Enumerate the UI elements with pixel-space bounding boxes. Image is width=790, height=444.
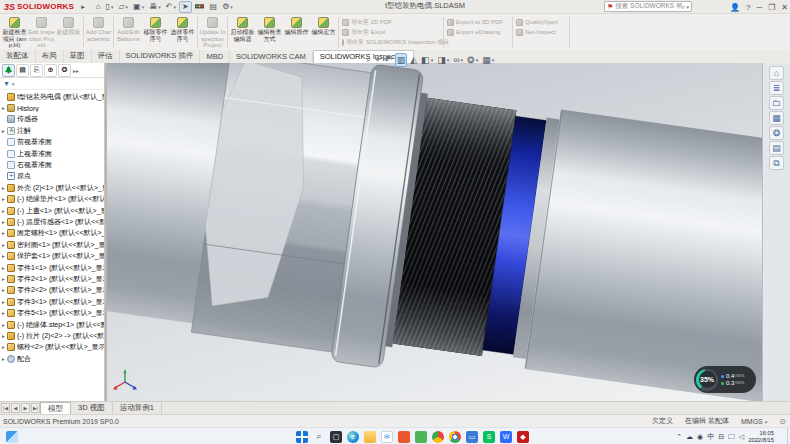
expand-arrow-icon[interactable]: ▸ [0, 185, 7, 191]
displaymanager-tab[interactable]: ❂ [58, 64, 71, 77]
propertymanager-tab[interactable]: ▤ [16, 64, 29, 77]
doc-tab-nav-1[interactable]: ◀ [11, 403, 20, 413]
expand-arrow-icon[interactable]: ▸ [0, 356, 7, 362]
close-button[interactable]: ✕ [781, 3, 788, 12]
edit-macro-button[interactable]: 编辑宏方 [310, 15, 337, 50]
login-button[interactable]: 👤 [730, 3, 740, 12]
tree-item[interactable]: ▸零件2<1> (默认<<默认>_显示状态 [0, 273, 104, 284]
pc-manager-icon[interactable]: ▭ [466, 431, 478, 443]
filter-caret-icon[interactable]: ▾ [12, 81, 15, 87]
zoom-to-fit-button[interactable]: ⌕ [365, 53, 372, 67]
mail-icon[interactable]: ✉ [381, 431, 393, 443]
filter-icon[interactable]: ▼ [3, 80, 10, 87]
tree-item[interactable]: ▸(-) 拉片 (2)<2> -> (默认<<默认 [0, 330, 104, 341]
expand-arrow-icon[interactable]: ▸ [0, 230, 7, 236]
graphics-viewport[interactable]: 35% 0.4 KB/S 0.3 KB/S [107, 63, 762, 401]
dynamic-annotation-button[interactable]: ◭ [409, 53, 418, 67]
tab-布局[interactable]: 布局 [36, 50, 64, 63]
tab-装配体[interactable]: 装配体 [0, 50, 36, 63]
doc-tab-3D 视图[interactable]: 3D 视图 [71, 402, 113, 414]
tree-item[interactable]: 原点 [0, 171, 104, 182]
tree-item[interactable]: ▸保护套<1> (默认<<默认>_显示状 [0, 250, 104, 261]
green-app-icon[interactable] [415, 431, 427, 443]
volume-icon[interactable]: ◁ [739, 433, 744, 441]
zoom-to-area-button[interactable]: ⌖ [374, 53, 381, 67]
expand-arrow-icon[interactable]: ▸ [0, 344, 7, 350]
tree-item[interactable]: ▸零件1<1> (默认<<默认>_显示状态 [0, 262, 104, 273]
featuremanager-tab[interactable]: 🌲 [2, 64, 15, 77]
red-app-icon[interactable] [398, 431, 410, 443]
green-s-app-icon[interactable]: S [483, 431, 495, 443]
wps-icon[interactable]: W [500, 431, 512, 443]
edit-operation-button[interactable]: 编辑操作 [283, 15, 310, 50]
expand-arrow-icon[interactable]: ▸ [0, 276, 7, 282]
select-button[interactable]: ➤ [179, 1, 192, 13]
chrome-icon[interactable] [449, 431, 461, 443]
tree-item[interactable]: ▸(-) 绝缘体.step<1> (默认<<默认 [0, 319, 104, 330]
undo-button[interactable]: ↶▾ [164, 1, 178, 13]
tree-item[interactable]: 右视基准面 [0, 159, 104, 170]
forum-icon[interactable]: ⧉ [769, 156, 784, 170]
select-balloons-button[interactable]: 选择零件序号 [169, 15, 196, 50]
tree-item[interactable]: ▸(-) 绝缘垫片<1> (默认<<默认>_显 [0, 194, 104, 205]
display-style-button[interactable]: ◨▾ [436, 53, 450, 67]
expand-arrow-icon[interactable]: ▸ [0, 265, 7, 271]
tree-item[interactable]: ▸零件5<1> (默认<<默认>_显示状态 [0, 307, 104, 318]
file-properties-button[interactable]: ▤ [208, 1, 220, 13]
appearances-icon[interactable]: ❂ [769, 126, 784, 140]
tree-filter[interactable]: ▼ ▾ [0, 78, 104, 90]
status-item-2[interactable]: MMGS▾ [741, 418, 767, 425]
expand-arrow-icon[interactable]: ▸ [0, 128, 7, 134]
tab-SOLIDWORKS CAM[interactable]: SOLIDWORKS CAM [230, 51, 313, 63]
widgets-icon[interactable] [6, 431, 18, 443]
restore-button[interactable]: ❐ [768, 3, 775, 12]
search-box[interactable]: ⚑ 搜索 SOLIDWORKS 帮助 ⌕ ▾ [604, 1, 692, 12]
view-palette-icon[interactable]: ▦ [769, 111, 784, 125]
options-button[interactable]: ⚙▾ [220, 1, 235, 13]
hide-show-items-button[interactable]: ∞▾ [452, 53, 464, 67]
expand-arrow-icon[interactable]: ▸ [0, 242, 7, 248]
design-library-icon[interactable]: ≣ [769, 81, 784, 95]
new-file-button[interactable]: ▯▾ [103, 1, 115, 13]
3d-model-thermocouple[interactable] [107, 63, 762, 401]
display-tray-icon[interactable]: 🖵 [728, 433, 735, 441]
save-button[interactable]: ▣▾ [131, 1, 146, 13]
doc-tab-模型[interactable]: 模型 [40, 402, 71, 414]
remove-balloons-button[interactable]: 移除零件序号 [142, 15, 169, 50]
tree-item[interactable]: ▸零件3<1> (默认<<默认>_显示状态 [0, 296, 104, 307]
tree-item[interactable]: ▸(-) 温度传感器<1> (默认<<默认>_ [0, 216, 104, 227]
expand-arrow-icon[interactable]: ▸ [0, 287, 7, 293]
tab-SOLIDWORKS 插件[interactable]: SOLIDWORKS 插件 [120, 50, 201, 63]
expand-arrow-icon[interactable]: ▸ [0, 253, 7, 259]
dimxpertmanager-tab[interactable]: ⊕ [44, 64, 57, 77]
expand-arrow-icon[interactable]: ▸ [0, 299, 7, 305]
ime-mode-icon[interactable]: ⊟ [718, 433, 724, 441]
new-inspection-project-button[interactable]: 新建检查项目 (amp;H) [1, 15, 28, 50]
open-file-button[interactable]: ▱▾ [116, 1, 130, 13]
tree-item[interactable]: ▸注解 [0, 125, 104, 136]
purple-tray-icon[interactable]: ◉ [697, 433, 703, 441]
doc-tab-运动算例1[interactable]: 运动算例1 [113, 402, 162, 414]
ime-lang-icon[interactable]: 中 [707, 432, 714, 442]
edit-appearance-button[interactable]: ❂▾ [466, 53, 479, 67]
edit-inspection-method-button[interactable]: 编辑检查方式 [256, 15, 283, 50]
tree-item[interactable]: ▸螺栓<2> (默认<<默认>_显示状态 [0, 342, 104, 353]
tree-item[interactable]: ▸固定螺栓<1> (默认<<默认>_显示 [0, 228, 104, 239]
search-icon[interactable]: ⌕ [682, 3, 686, 11]
tree-item[interactable]: ▸外壳 (2)<1> (默认<<默认>_显示状 [0, 182, 104, 193]
expand-arrow-icon[interactable]: ▸ [0, 322, 7, 328]
view-orientation-button[interactable]: ◧▾ [420, 53, 434, 67]
color-wheel-app-icon[interactable] [432, 431, 444, 443]
taskbar-clock[interactable]: 16:052022/8/15 [748, 430, 774, 443]
home-tab-icon[interactable]: ⌂ [769, 66, 784, 80]
doc-tab-nav-3[interactable]: ▶| [31, 403, 40, 413]
tree-item[interactable]: ▸History [0, 102, 104, 113]
edge-icon[interactable]: e [347, 431, 359, 443]
search-caret-icon[interactable]: ▾ [686, 4, 689, 10]
doc-tab-nav-0[interactable]: |◀ [1, 403, 10, 413]
expand-arrow-icon[interactable]: ▸ [0, 105, 7, 111]
expand-arrow-icon[interactable]: ▸ [0, 333, 7, 339]
tree-item[interactable]: ▸零件2<2> (默认<<默认>_显示状态 [0, 285, 104, 296]
onedrive-icon[interactable]: ☁ [686, 433, 693, 441]
minimize-button[interactable]: ─ [756, 3, 762, 12]
